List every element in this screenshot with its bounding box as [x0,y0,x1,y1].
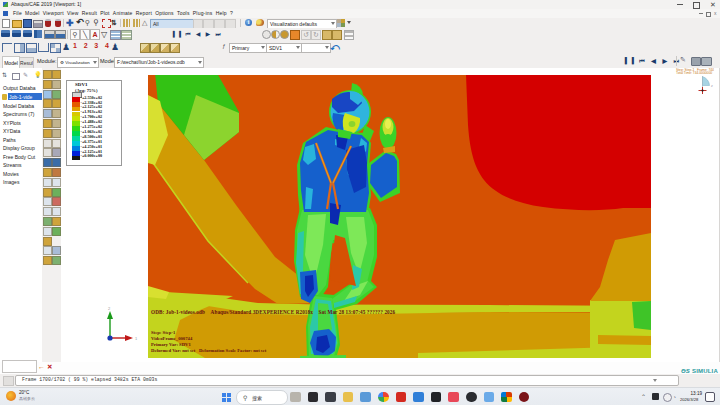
svg-text:1: 1 [135,336,138,341]
svg-text:z: z [711,84,713,88]
svg-text:Primary Var: SDV1: Primary Var: SDV1 [151,342,191,347]
svg-text:Deformed Var: not set Deform: Deformed Var: not set Deformation Scale … [151,348,267,353]
svg-text:VideoFrame_000744: VideoFrame_000744 [151,336,193,341]
svg-text:2: 2 [108,306,111,311]
svg-text:Step: Step-1: Step: Step-1 [151,330,176,335]
svg-text:ODB: Job-1-videos.odb Abaqu: ODB: Job-1-videos.odb Abaqus/Standard 3D… [151,309,395,315]
